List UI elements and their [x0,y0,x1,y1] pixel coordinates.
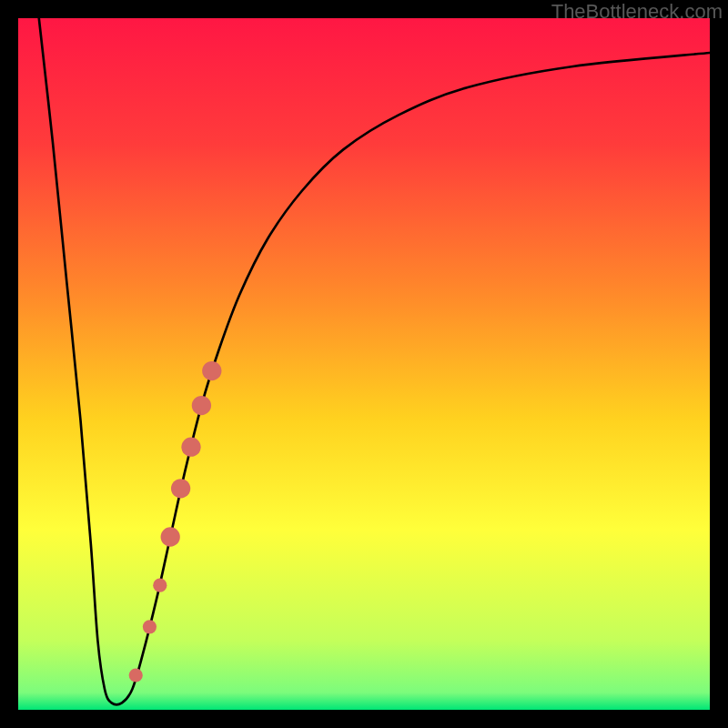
chart-frame: TheBottleneck.com [0,0,728,728]
plot-area [18,18,710,710]
gradient-background [18,18,710,710]
attribution-text: TheBottleneck.com [551,0,723,24]
svg-rect-0 [18,18,710,710]
